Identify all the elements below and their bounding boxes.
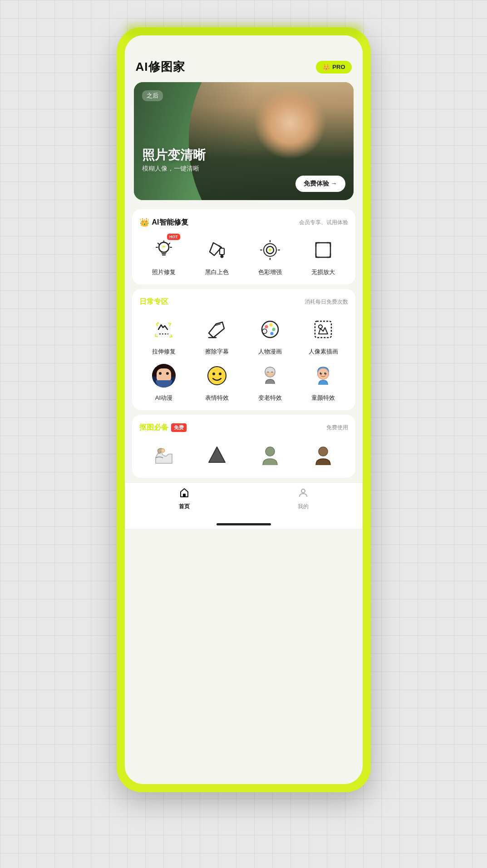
svg-point-42 — [266, 447, 275, 456]
ai-item-enlarge[interactable]: 无损放大 — [299, 235, 348, 276]
stretch-icon-box — [149, 315, 178, 344]
brush-icon — [205, 318, 229, 341]
daily-item-label-1: 擦除字幕 — [205, 348, 229, 356]
hero-cta-button[interactable]: 免费体验 → — [295, 176, 345, 192]
ai-item-label-0: 照片修复 — [152, 268, 176, 276]
svg-point-45 — [301, 489, 305, 493]
ai-item-photo-repair[interactable]: HOT 照片修复 — [139, 235, 189, 276]
svg-line-2 — [158, 243, 159, 244]
cutout-icon-3 — [256, 441, 285, 470]
svg-point-39 — [318, 374, 320, 377]
home-icon — [179, 487, 190, 501]
svg-rect-24 — [315, 321, 331, 338]
daily-item-label-6: 变老特效 — [258, 394, 282, 402]
emoji-icon — [205, 364, 229, 387]
sketch-icon-box — [309, 315, 338, 344]
svg-rect-15 — [316, 243, 330, 257]
cutout-item-2[interactable] — [192, 441, 242, 470]
ai-item-label-1: 黑白上色 — [205, 268, 229, 276]
sketch-icon — [311, 318, 335, 341]
home-indicator-bar — [216, 523, 271, 525]
cutout-section-header: 抠图必备 免费 免费使用 — [139, 423, 348, 432]
daily-section-header: 日常专区 消耗每日免费次数 — [139, 297, 348, 307]
daily-item-sketch[interactable]: 人像素描画 — [299, 315, 348, 356]
daily-item-label-4: AI动漫 — [155, 394, 172, 402]
crown-icon: 👑 — [322, 64, 330, 71]
cutout-section-sub: 免费使用 — [326, 424, 348, 432]
phone-screen: AI修图家 👑 PRO 之后 — [125, 35, 363, 784]
cutout-section-title: 抠图必备 免费 — [139, 423, 187, 432]
hot-badge: HOT — [167, 234, 180, 240]
svg-point-14 — [269, 249, 271, 251]
svg-point-20 — [270, 324, 273, 327]
ai-item-label-2: 色彩增强 — [258, 268, 282, 276]
daily-item-erase[interactable]: 擦除字幕 — [192, 315, 242, 356]
hero-text: 照片变清晰 模糊人像，一键清晰 — [142, 147, 206, 173]
cutout-icon-4 — [309, 441, 338, 470]
cutout4-icon — [311, 443, 335, 467]
daily-item-stretch[interactable]: 拉伸修复 — [139, 315, 189, 356]
app-header: AI修图家 👑 PRO — [125, 55, 363, 82]
palette-icon — [258, 318, 282, 341]
anime-icon-box — [149, 361, 178, 390]
cutout-item-4[interactable] — [299, 441, 348, 470]
daily-section-title: 日常专区 — [139, 297, 168, 307]
erase-icon-box — [202, 315, 231, 344]
hero-after-label: 之后 — [142, 90, 163, 101]
daily-icons-grid: 拉伸修复 擦除字幕 — [139, 315, 348, 402]
daily-item-anime[interactable]: AI动漫 — [139, 361, 189, 402]
status-bar — [125, 35, 363, 55]
svg-point-21 — [272, 328, 275, 331]
nav-label-home: 首页 — [179, 503, 190, 510]
emoji-icon-box — [202, 361, 231, 390]
daily-item-label-7: 童颜特效 — [311, 394, 335, 402]
daily-section-sub: 消耗每日免费次数 — [305, 298, 348, 306]
expand-icon — [311, 238, 335, 262]
young-icon — [311, 364, 335, 387]
pro-badge[interactable]: 👑 PRO — [316, 61, 351, 74]
pro-label: PRO — [332, 64, 345, 70]
bottom-nav: 首页 我的 — [125, 482, 363, 520]
app-title: AI修图家 — [136, 59, 185, 75]
cutout-item-1[interactable] — [139, 441, 189, 470]
hero-title: 照片变清晰 — [142, 147, 206, 163]
cutout-free-badge: 免费 — [171, 423, 187, 432]
user-icon — [298, 487, 309, 501]
daily-item-label-0: 拉伸修复 — [152, 348, 176, 356]
ai-item-enhance[interactable]: 色彩增强 — [246, 235, 295, 276]
svg-point-28 — [219, 373, 221, 375]
daily-item-young[interactable]: 童颜特效 — [299, 361, 348, 402]
cutout-icons-grid — [139, 441, 348, 470]
young-icon-box — [309, 361, 338, 390]
cutout2-icon — [205, 443, 229, 467]
daily-title-text: 日常专区 — [139, 297, 168, 307]
svg-point-7 — [221, 255, 224, 258]
hero-subtitle: 模糊人像，一键清晰 — [142, 165, 206, 173]
ai-item-colorize[interactable]: 黑白上色 — [192, 235, 242, 276]
daily-item-label-3: 人像素描画 — [309, 348, 338, 356]
enlarge-icon-box — [309, 235, 338, 265]
svg-point-37 — [321, 373, 322, 373]
paint-icon — [205, 238, 229, 262]
stretch-icon — [152, 318, 176, 341]
daily-item-cartoon[interactable]: 人物漫画 — [246, 315, 295, 356]
cutout-icon-2 — [202, 441, 231, 470]
daily-item-label-5: 表情特效 — [205, 394, 229, 402]
hero-banner[interactable]: 之后 照片变清晰 模糊人像，一键清晰 免费体验 → — [134, 82, 354, 200]
daily-item-age[interactable]: 变老特效 — [246, 361, 295, 402]
nav-item-home[interactable]: 首页 — [125, 487, 244, 510]
daily-item-emoji[interactable]: 表情特效 — [192, 361, 242, 402]
cutout1-icon — [152, 443, 176, 467]
svg-point-25 — [319, 325, 322, 329]
nav-item-profile[interactable]: 我的 — [244, 487, 363, 510]
colorize-icon-box — [202, 235, 231, 265]
ai-section-title: 👑 AI智能修复 — [139, 217, 188, 227]
phone-wrapper: AI修图家 👑 PRO 之后 — [117, 27, 371, 792]
cutout3-icon — [258, 443, 282, 467]
cutout-item-3[interactable] — [246, 441, 295, 470]
home-indicator — [125, 520, 363, 529]
phone-frame: AI修图家 👑 PRO 之后 — [117, 27, 371, 792]
svg-line-3 — [169, 243, 170, 244]
svg-point-35 — [320, 373, 322, 375]
ai-section-sub: 会员专享、试用体验 — [299, 219, 348, 226]
